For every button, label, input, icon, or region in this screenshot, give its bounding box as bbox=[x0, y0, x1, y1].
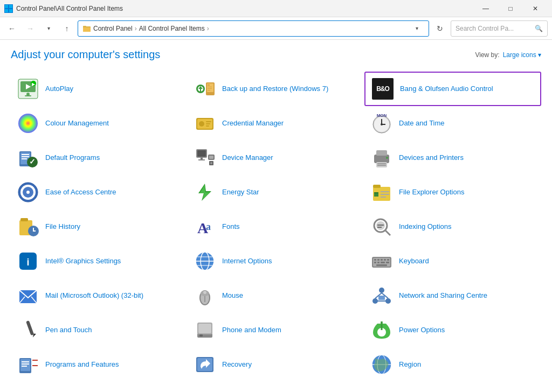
panel-item-mail[interactable]: Mail (Microsoft Outlook) (32-bit) bbox=[11, 278, 188, 313]
svg-rect-5 bbox=[83, 27, 91, 32]
breadcrumb: Control Panel › All Control Panel Items … bbox=[93, 25, 407, 32]
svg-rect-27 bbox=[206, 123, 210, 124]
content-area: Adjust your computer's settings View by:… bbox=[0, 40, 552, 392]
panel-item-pen-touch[interactable]: Pen and Touch bbox=[11, 313, 188, 347]
panel-item-mouse[interactable]: Mouse bbox=[188, 278, 364, 313]
forward-button[interactable]: → bbox=[23, 21, 38, 36]
default-programs-icon: ✓ bbox=[17, 147, 39, 169]
address-dropdown-button[interactable]: ▾ bbox=[409, 21, 424, 36]
nav-dropdown-button[interactable]: ▾ bbox=[41, 21, 56, 36]
panel-item-credential-manager[interactable]: Credential Manager bbox=[188, 106, 364, 141]
svg-rect-39 bbox=[22, 158, 27, 159]
mail-icon bbox=[17, 285, 39, 306]
svg-text:MON: MON bbox=[377, 113, 387, 118]
panel-item-autoplay[interactable]: ▶ AutoPlay bbox=[11, 72, 188, 106]
svg-point-22 bbox=[18, 114, 38, 133]
svg-rect-99 bbox=[377, 262, 380, 263]
panel-item-colour-management[interactable]: Colour Management bbox=[11, 106, 188, 141]
svg-rect-28 bbox=[206, 125, 209, 127]
phone-modem-icon bbox=[194, 319, 216, 341]
panel-item-bang-olufsen[interactable]: B&OBang & Olufsen Audio Control bbox=[364, 72, 541, 106]
back-button[interactable]: ← bbox=[4, 21, 19, 36]
panel-item-devices-printers[interactable]: Devices and Printers bbox=[364, 141, 541, 175]
view-by-dropdown[interactable]: Large icons ▾ bbox=[503, 51, 541, 59]
minimize-button[interactable]: — bbox=[473, 0, 498, 17]
svg-point-59 bbox=[26, 191, 30, 194]
panel-item-file-explorer[interactable]: File Explorer Options bbox=[364, 175, 541, 209]
panel-item-intel-graphics[interactable]: i Intel® Graphics Settings bbox=[11, 244, 188, 278]
panel-item-backup-restore[interactable]: Back up and Restore (Windows 7) bbox=[188, 72, 364, 106]
svg-rect-6 bbox=[83, 26, 86, 27]
panel-item-power[interactable]: Power Options bbox=[364, 313, 541, 347]
search-icon[interactable]: 🔍 bbox=[535, 25, 543, 32]
svg-rect-10 bbox=[25, 95, 31, 96]
panel-item-fonts[interactable]: A a Fonts bbox=[188, 209, 364, 244]
mouse-icon bbox=[194, 285, 216, 306]
backup-restore-label: Back up and Restore (Windows 7) bbox=[222, 85, 328, 94]
svg-rect-2 bbox=[5, 9, 8, 12]
ease-access-icon bbox=[17, 181, 39, 203]
svg-rect-47 bbox=[209, 156, 213, 159]
panel-item-file-history[interactable]: File History bbox=[11, 209, 188, 244]
breadcrumb-control-panel[interactable]: Control Panel bbox=[93, 25, 133, 32]
device-manager-label: Device Manager bbox=[222, 153, 273, 163]
network-sharing-icon bbox=[371, 285, 392, 306]
svg-rect-82 bbox=[377, 227, 382, 228]
panel-item-recovery[interactable]: Recovery bbox=[188, 347, 364, 382]
page-title: Adjust your computer's settings bbox=[11, 48, 160, 61]
panel-item-phone-modem[interactable]: Phone and Modem bbox=[188, 313, 364, 347]
breadcrumb-all-items[interactable]: All Control Panel Items bbox=[139, 25, 205, 32]
indexing-icon bbox=[371, 216, 392, 237]
svg-rect-100 bbox=[381, 262, 385, 263]
svg-rect-72 bbox=[381, 197, 386, 198]
recovery-label: Recovery bbox=[222, 360, 252, 369]
svg-text:▶: ▶ bbox=[32, 82, 36, 87]
panel-item-energy-star[interactable]: Energy Star bbox=[188, 175, 364, 209]
file-explorer-icon bbox=[371, 181, 392, 203]
svg-point-111 bbox=[203, 291, 206, 294]
svg-rect-118 bbox=[378, 296, 385, 300]
window-title: Control Panel\All Control Panel Items bbox=[16, 5, 473, 12]
panel-item-device-manager[interactable]: Device Manager bbox=[188, 141, 364, 175]
svg-rect-67 bbox=[373, 185, 381, 188]
svg-point-49 bbox=[210, 162, 212, 164]
svg-text:✓: ✓ bbox=[29, 157, 36, 166]
window-controls: — □ ✕ bbox=[473, 0, 548, 17]
main-content: Adjust your computer's settings View by:… bbox=[0, 40, 552, 392]
svg-rect-97 bbox=[387, 259, 389, 261]
panel-item-date-time[interactable]: MON Date and Time bbox=[364, 106, 541, 141]
indexing-label: Indexing Options bbox=[399, 222, 452, 232]
title-bar: Control Panel\All Control Panel Items — … bbox=[0, 0, 552, 17]
backup-restore-icon bbox=[194, 78, 216, 100]
power-icon bbox=[371, 319, 392, 341]
panel-item-programs-features[interactable]: Programs and Features bbox=[11, 347, 188, 382]
device-manager-icon bbox=[194, 147, 216, 169]
address-field[interactable]: Control Panel › All Control Panel Items … bbox=[78, 20, 429, 37]
panel-item-keyboard[interactable]: Keyboard bbox=[364, 244, 541, 278]
maximize-button[interactable]: □ bbox=[498, 0, 523, 17]
region-icon bbox=[371, 354, 392, 375]
panel-item-region[interactable]: Region bbox=[364, 347, 541, 382]
region-label: Region bbox=[399, 360, 421, 369]
file-history-label: File History bbox=[45, 222, 80, 232]
search-box[interactable]: Search Control Pa... 🔍 bbox=[451, 20, 548, 37]
svg-rect-74 bbox=[20, 218, 28, 221]
content-header: Adjust your computer's settings View by:… bbox=[11, 48, 541, 61]
svg-rect-44 bbox=[201, 158, 203, 159]
panel-item-default-programs[interactable]: ✓ Default Programs bbox=[11, 141, 188, 175]
svg-rect-20 bbox=[208, 88, 212, 89]
up-button[interactable]: ↑ bbox=[59, 21, 74, 36]
svg-line-79 bbox=[385, 230, 390, 235]
pen-touch-label: Pen and Touch bbox=[45, 326, 92, 335]
internet-options-icon bbox=[194, 250, 216, 272]
panel-item-indexing[interactable]: Indexing Options bbox=[364, 209, 541, 244]
panel-item-network-sharing[interactable]: Network and Sharing Centre bbox=[364, 278, 541, 313]
bang-olufsen-label: Bang & Olufsen Audio Control bbox=[400, 85, 493, 94]
refresh-button[interactable]: ↻ bbox=[432, 21, 447, 36]
default-programs-label: Default Programs bbox=[45, 153, 100, 163]
panel-item-internet-options[interactable]: Internet Options bbox=[188, 244, 364, 278]
close-button[interactable]: ✕ bbox=[523, 0, 548, 17]
svg-rect-98 bbox=[374, 262, 376, 263]
mouse-label: Mouse bbox=[222, 291, 243, 300]
panel-item-ease-access[interactable]: Ease of Access Centre bbox=[11, 175, 188, 209]
